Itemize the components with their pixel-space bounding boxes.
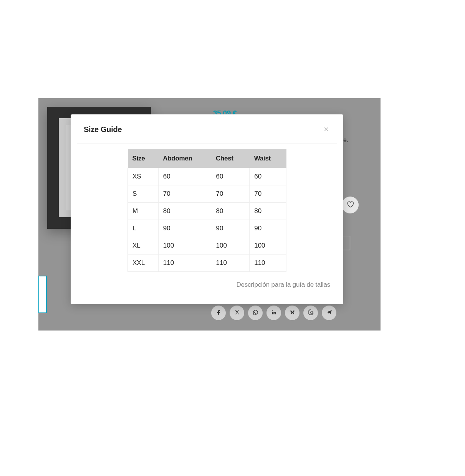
table-cell: S	[128, 185, 159, 203]
table-row: XS606060	[128, 168, 286, 185]
table-row: M808080	[128, 203, 286, 220]
share-whatsapp[interactable]	[248, 306, 263, 320]
col-header-waist: Waist	[250, 149, 286, 168]
table-cell: 90	[250, 220, 286, 237]
wishlist-button[interactable]	[342, 197, 359, 213]
table-cell: XL	[128, 237, 159, 255]
table-cell: 60	[250, 168, 286, 185]
table-cell: 110	[158, 255, 211, 272]
share-facebook[interactable]	[211, 306, 226, 320]
table-cell: 80	[211, 203, 250, 220]
table-row: XXL110110110	[128, 255, 286, 272]
telegram-icon	[326, 309, 332, 317]
product-description-fragment: e.	[343, 137, 348, 144]
modal-divider	[77, 144, 337, 144]
social-share-row	[211, 306, 336, 320]
table-cell: 70	[250, 185, 286, 203]
share-telegram[interactable]	[322, 306, 336, 320]
bluesky-icon	[290, 309, 295, 317]
table-cell: 60	[158, 168, 211, 185]
share-x[interactable]	[230, 306, 244, 320]
modal-footer-description: Descripción para la guía de tallas	[71, 272, 343, 289]
table-cell: 90	[158, 220, 211, 237]
linkedin-icon	[271, 309, 277, 317]
table-row: S707070	[128, 185, 286, 203]
col-header-size: Size	[128, 149, 159, 168]
share-threads[interactable]	[303, 306, 318, 320]
x-twitter-icon	[234, 309, 240, 317]
share-bluesky[interactable]	[285, 306, 300, 320]
table-cell: 60	[211, 168, 250, 185]
product-page-viewport: 35,09 € e. Size Guide	[38, 98, 381, 331]
size-guide-modal: Size Guide × Size Abdomen Chest Waist XS…	[71, 114, 343, 304]
table-cell: M	[128, 203, 159, 220]
table-header-row: Size Abdomen Chest Waist	[128, 149, 286, 168]
table-cell: 80	[250, 203, 286, 220]
table-cell: 110	[211, 255, 250, 272]
table-row: L909090	[128, 220, 286, 237]
table-cell: 100	[250, 237, 286, 255]
whatsapp-icon	[253, 309, 258, 317]
modal-title: Size Guide	[84, 125, 122, 134]
size-guide-table: Size Abdomen Chest Waist XS606060S707070…	[127, 149, 286, 272]
modal-close-button[interactable]: ×	[322, 124, 330, 135]
product-thumbnail-selected[interactable]	[38, 276, 47, 313]
table-cell: 80	[158, 203, 211, 220]
heart-icon	[346, 200, 354, 210]
threads-icon	[308, 309, 314, 317]
table-cell: L	[128, 220, 159, 237]
table-cell: 100	[158, 237, 211, 255]
table-cell: XXL	[128, 255, 159, 272]
table-cell: 70	[211, 185, 250, 203]
col-header-abdomen: Abdomen	[158, 149, 211, 168]
facebook-icon	[216, 309, 222, 317]
table-cell: XS	[128, 168, 159, 185]
table-cell: 90	[211, 220, 250, 237]
share-linkedin[interactable]	[266, 306, 281, 320]
table-row: XL100100100	[128, 237, 286, 255]
table-cell: 100	[211, 237, 250, 255]
table-cell: 110	[250, 255, 286, 272]
modal-header: Size Guide ×	[71, 114, 343, 144]
close-icon: ×	[324, 124, 329, 134]
col-header-chest: Chest	[211, 149, 250, 168]
table-cell: 70	[158, 185, 211, 203]
